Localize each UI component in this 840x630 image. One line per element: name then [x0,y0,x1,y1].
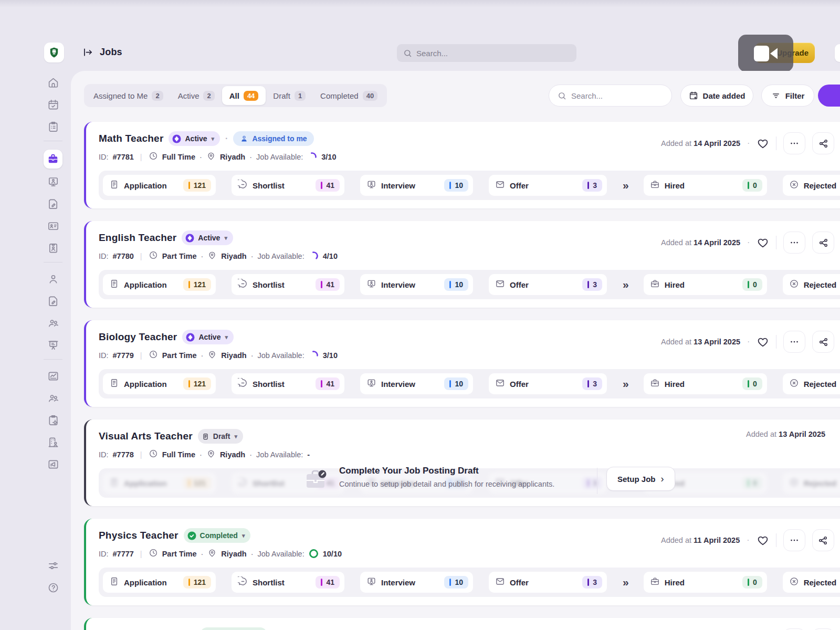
sidebar-nav [43,75,63,478]
stage-hired[interactable]: Hired0 [644,274,767,295]
status-check-icon [187,531,196,540]
stage-shortlist[interactable]: Shortlist41 [232,572,344,593]
stage-offer[interactable]: Offer3 [489,175,607,196]
filter-button[interactable]: Filter [761,85,814,107]
create-job-button-partial[interactable] [818,85,840,107]
megaphone-icon [47,458,59,470]
stage-interview[interactable]: Interview10 [360,175,473,196]
status-badge[interactable]: Draft ▾ [198,429,243,444]
page-header: Jobs [82,47,122,58]
status-badge[interactable]: Completed ▾ [200,627,267,630]
sidebar-item-file-pen-icon[interactable] [43,196,63,212]
stage-offer[interactable]: Offer3 [489,373,607,394]
sidebar-item-presentation-icon[interactable] [43,337,63,353]
stage-hired[interactable]: Hired0 [644,175,767,196]
share-button[interactable] [812,529,834,551]
sidebar-item-file-pen-icon[interactable] [43,293,63,309]
share-button[interactable] [812,331,834,353]
tab-active[interactable]: Active 2 [171,86,222,105]
stage-shortlist[interactable]: Shortlist41 [232,175,344,196]
tab-completed[interactable]: Completed 40 [313,86,385,105]
expand-stages-icon[interactable]: » [623,576,628,589]
sidebar-item-clipboard-list-icon[interactable] [43,119,63,134]
sidebar-item-monitor-user-icon[interactable] [43,174,63,190]
stage-application[interactable]: Application121 [103,572,216,593]
status-badge[interactable]: Active ▾ [169,131,220,146]
sidebar-item-calendar-check-icon[interactable] [43,97,63,112]
setup-job-button[interactable]: Setup Job› [606,467,675,491]
status-badge[interactable]: Active ▾ [182,230,233,245]
assigned-to-me-badge[interactable]: Assigned to me [233,131,313,146]
search-icon [558,91,566,100]
chat-icon [238,279,248,289]
sidebar-item-clipboard-gear-icon[interactable] [43,412,63,428]
tab-count-badge: 2 [152,91,163,101]
status-diamond-icon [185,234,194,243]
more-options-button[interactable] [783,232,805,254]
stage-application[interactable]: Application121 [103,175,216,196]
share-button[interactable] [812,232,834,254]
stage-rejected[interactable]: Rejected [783,572,840,593]
stage-hired[interactable]: Hired0 [644,373,767,394]
global-search-input[interactable]: Search... [397,44,576,62]
share-button[interactable] [812,132,834,154]
stage-interview[interactable]: Interview10 [360,373,473,394]
favorite-heart-icon[interactable] [757,335,769,348]
sidebar-item-user-badge-icon[interactable] [43,240,63,256]
expand-stages-icon[interactable]: » [623,278,628,291]
tab-all[interactable]: All 44 [222,86,266,105]
jobs-search-input[interactable]: Search... [549,85,672,107]
job-card: Biology Teacher Active ▾ ID:#7779 | Part… [84,320,840,407]
stage-rejected[interactable]: Rejected [783,274,840,295]
sidebar-item-megaphone-icon[interactable] [43,456,63,472]
stage-hired[interactable]: Hired0 [644,572,767,593]
job-title: Math Teacher [99,133,163,144]
expand-stages-icon[interactable]: » [623,179,628,192]
sidebar-item-users-icon[interactable] [43,390,63,406]
sidebar-item-building-user-icon[interactable] [43,434,63,450]
sidebar-item-user-icon[interactable] [43,271,63,287]
stage-offer[interactable]: Offer3 [489,274,607,295]
mail-icon [495,180,505,190]
sidebar-item-sliders-icon[interactable] [43,558,63,573]
job-title-row: Visual Arts Teacher Draft ▾ [99,429,840,444]
status-badge[interactable]: Completed ▾ [184,528,251,543]
sidebar-item-help-circle-icon[interactable] [43,580,63,595]
more-options-button[interactable] [783,529,805,551]
tab-draft[interactable]: Draft 1 [266,86,313,105]
topbar-edge-button[interactable] [835,44,840,62]
file-pen-icon [47,295,59,307]
expand-stages-icon[interactable]: » [623,377,628,390]
favorite-heart-icon[interactable] [757,236,769,249]
date-added-button[interactable]: Date added [680,85,753,107]
monitor-user-icon [366,180,376,190]
favorite-heart-icon[interactable] [757,534,769,547]
stage-interview[interactable]: Interview10 [360,572,473,593]
sidebar-item-id-card-icon[interactable] [43,218,63,234]
sidebar-item-users-icon[interactable] [43,315,63,331]
stage-shortlist[interactable]: Shortlist41 [232,274,344,295]
favorite-heart-icon[interactable] [757,137,769,150]
more-options-button[interactable] [783,132,805,154]
briefcase-sm-icon [650,180,660,190]
job-title: English Teacher [99,232,176,244]
stage-offer[interactable]: Offer3 [489,572,607,593]
monitor-user-icon [47,176,59,188]
stage-count-badge: 121 [183,576,211,589]
stage-application[interactable]: Application121 [103,274,216,295]
sidebar-expand-icon[interactable] [82,47,93,58]
sidebar-item-chart-frame-icon[interactable] [43,368,63,384]
stage-interview[interactable]: Interview10 [360,274,473,295]
stage-rejected[interactable]: Rejected [783,175,840,196]
sidebar-item-home-icon[interactable] [43,75,63,90]
status-badge[interactable]: Active ▾ [182,330,234,344]
monitor-user-icon [366,378,376,388]
brand-logo[interactable] [44,43,64,62]
tab-assigned-to-me[interactable]: Assigned to Me 2 [86,86,171,105]
page-title: Jobs [100,47,122,58]
stage-shortlist[interactable]: Shortlist41 [232,373,344,394]
more-options-button[interactable] [783,331,805,353]
stage-rejected[interactable]: Rejected [783,373,840,394]
sidebar-item-jobs-active[interactable] [44,150,62,169]
stage-application[interactable]: Application121 [103,373,216,394]
